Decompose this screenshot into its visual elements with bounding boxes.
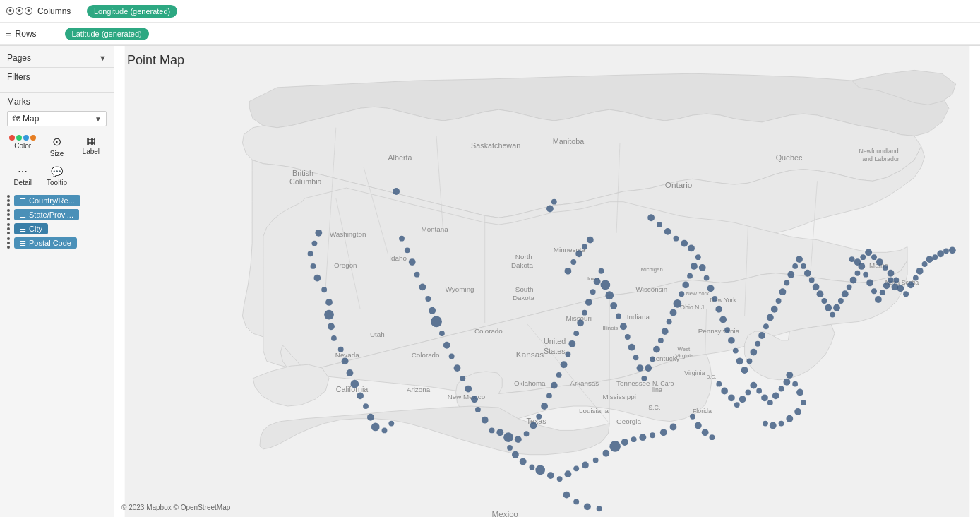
svg-point-79 [328, 323, 335, 330]
country-region-pill[interactable]: ☰ Country/Re... [14, 195, 80, 206]
svg-point-247 [563, 492, 570, 499]
size-button-label: Size [50, 150, 64, 158]
detail-icon: ⋯ [18, 166, 28, 177]
svg-point-238 [593, 458, 599, 463]
svg-point-204 [728, 394, 735, 401]
postal-label: Postal Code [29, 239, 71, 247]
svg-point-125 [546, 206, 554, 213]
svg-point-277 [565, 268, 572, 275]
svg-text:Ontario: Ontario [665, 180, 693, 189]
svg-point-197 [875, 296, 882, 303]
dot2 [7, 242, 10, 244]
svg-point-180 [804, 270, 811, 277]
svg-point-228 [507, 445, 513, 451]
svg-text:West: West [677, 346, 691, 352]
detail-button[interactable]: ⋯ Detail [7, 163, 38, 189]
svg-text:Washington: Washington [330, 230, 366, 238]
svg-point-120 [561, 361, 568, 368]
color-icon [9, 135, 36, 141]
svg-point-141 [641, 376, 647, 381]
svg-text:Alberta: Alberta [388, 153, 412, 162]
svg-text:British: British [292, 169, 313, 177]
state-province-pill[interactable]: ☰ State/Provi... [14, 209, 79, 220]
map-type-icon: 🗺 [12, 114, 20, 123]
svg-point-89 [382, 427, 388, 433]
svg-point-111 [503, 432, 513, 442]
svg-text:Virginia: Virginia [675, 352, 694, 359]
svg-point-129 [590, 289, 596, 295]
rows-label: Rows [16, 29, 58, 39]
svg-point-86 [363, 403, 369, 409]
svg-point-154 [695, 254, 701, 260]
field-row-city: ☰ City [7, 223, 107, 234]
svg-point-165 [741, 367, 748, 374]
svg-point-151 [682, 282, 689, 289]
map-area[interactable]: Point Map [114, 46, 980, 517]
svg-point-85 [357, 392, 364, 399]
svg-point-233 [547, 472, 554, 479]
marks-type-dropdown[interactable]: 🗺 Map ▼ [7, 111, 107, 126]
label-button-label: Label [83, 148, 100, 155]
svg-point-241 [621, 439, 628, 446]
svg-point-108 [482, 417, 489, 424]
svg-point-115 [536, 414, 542, 420]
svg-point-176 [787, 271, 794, 278]
map-title: Point Map [127, 53, 184, 68]
svg-point-269 [913, 275, 919, 281]
svg-point-90 [388, 421, 394, 427]
top-bar: ⦿⦿⦿ Columns Longitude (generated) ≡ Rows… [0, 0, 980, 46]
rows-pill[interactable]: Latitude (generated) [65, 28, 149, 40]
svg-point-114 [530, 422, 537, 429]
svg-point-146 [662, 328, 669, 335]
svg-point-270 [916, 268, 924, 275]
svg-point-211 [767, 400, 773, 405]
svg-point-118 [551, 382, 558, 389]
svg-point-232 [535, 465, 545, 475]
field-row-postal: ☰ Postal Code [7, 237, 107, 249]
svg-text:Michigan: Michigan [640, 266, 662, 273]
dot1 [7, 223, 10, 226]
svg-point-94 [409, 258, 416, 266]
svg-point-161 [724, 327, 730, 333]
detail-button-label: Detail [13, 179, 32, 186]
postal-code-pill[interactable]: ☰ Postal Code [14, 237, 77, 249]
field-row-state: ☰ State/Provi... [7, 209, 107, 220]
size-button[interactable]: ⊙ Size [41, 132, 72, 160]
svg-text:New York: New York [686, 290, 709, 297]
svg-point-84 [350, 380, 359, 388]
color-button[interactable]: Color [7, 132, 38, 160]
svg-point-130 [594, 278, 601, 285]
svg-point-81 [338, 347, 344, 352]
svg-point-73 [308, 251, 313, 256]
svg-point-71 [315, 230, 322, 237]
svg-point-265 [893, 278, 899, 283]
country-label: Country/Re... [29, 196, 75, 205]
columns-pill[interactable]: Longitude (generated) [87, 5, 177, 18]
svg-text:Montana: Montana [421, 225, 448, 233]
label-icon: ▦ [86, 135, 95, 146]
svg-point-139 [633, 355, 639, 360]
svg-point-261 [871, 254, 877, 260]
svg-point-80 [331, 335, 337, 341]
svg-point-236 [573, 465, 579, 471]
city-pill[interactable]: ☰ City [14, 223, 48, 234]
columns-shelf: ⦿⦿⦿ Columns Longitude (generated) [0, 0, 980, 23]
pages-dropdown-arrow[interactable]: ▼ [99, 54, 107, 62]
svg-point-168 [755, 341, 760, 347]
marks-section: Marks 🗺 Map ▼ Color [0, 92, 114, 253]
svg-text:Manitoba: Manitoba [553, 137, 584, 145]
svg-point-280 [582, 244, 587, 250]
svg-point-189 [842, 290, 849, 297]
svg-point-178 [796, 256, 803, 263]
svg-text:Dakota: Dakota [513, 294, 535, 302]
svg-text:Louisiana: Louisiana [579, 407, 609, 415]
svg-point-172 [771, 306, 778, 313]
svg-point-244 [650, 432, 655, 438]
tooltip-button[interactable]: 💬 Tooltip [41, 163, 72, 189]
dot2 [7, 227, 10, 230]
svg-point-264 [888, 270, 895, 277]
svg-point-123 [573, 331, 579, 336]
svg-text:United: United [544, 337, 566, 345]
svg-point-220 [792, 381, 798, 387]
label-button[interactable]: ▦ Label [76, 132, 107, 160]
